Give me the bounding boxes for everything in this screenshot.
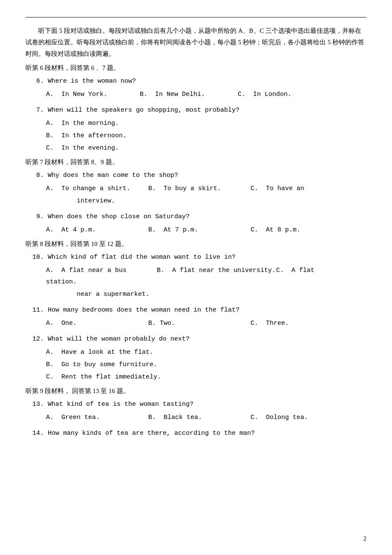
q11-stem-text: How many bedrooms does the woman need in… [48, 306, 239, 314]
q10-option-b: B. A flat near the university. [157, 265, 276, 288]
page-number: 2 [363, 535, 366, 542]
question-14: 14. How many kinds of tea are there, acc… [26, 428, 366, 439]
section-8-9: 听第 7 段材料，回答第 8、9 题。 8. Why does the man … [26, 158, 366, 236]
q14-number: 14. [32, 430, 48, 437]
q12-option-a: A. Have a look at the flat. [46, 347, 366, 358]
section-13-16: 听第 9 段材料， 回答第 13 至 16 题。 13. What kind o… [26, 387, 366, 439]
q6-option-c: C. In London. [238, 89, 331, 100]
q9-stem-text: When does the shop close on Saturday? [48, 213, 190, 220]
q9-option-b: B. At 7 p.m. [148, 224, 251, 236]
q10-stem-text: Which kind of flat did the woman want to… [48, 254, 236, 261]
q7-number: 7. [32, 107, 48, 114]
q8-stem: 8. Why does the man come to the shop? [32, 170, 366, 181]
intro-paragraph: 听下面 5 段对话或独白。每段对话或独白后有几个小题，从题中所给的 A、B、C … [26, 25, 366, 60]
q12-option-b: B. Go to buy some furniture. [46, 359, 366, 370]
q6-stem: 6. Where is the woman now? [32, 75, 366, 87]
q10-options: A. A flat near a bus station. B. A flat … [46, 265, 366, 288]
section-header-6-7: 听第 6 段材料，回答第 6 、7 题。 [26, 64, 366, 72]
q8-option-c: C. To have an [251, 183, 344, 194]
q7-option-c: C. In the evening. [46, 142, 366, 154]
question-8: 8. Why does the man come to the shop? A.… [26, 170, 366, 207]
q12-stem-text: What will the woman probably do next? [48, 335, 190, 343]
q8-option-a: A. To change a shirt. [46, 183, 148, 194]
q8-option-b: B. To buy a skirt. [148, 183, 251, 194]
section-6-7: 听第 6 段材料，回答第 6 、7 题。 6. Where is the wom… [26, 64, 366, 154]
q6-number: 6. [32, 78, 48, 85]
q8-stem-text: Why does the man come to the shop? [48, 172, 178, 179]
q11-option-b: B. Two. [148, 318, 251, 329]
q13-stem: 13. What kind of tea is the woman tastin… [32, 399, 366, 410]
section-10-12: 听第 8 段材料，回答第 10 至 12 题。 10. Which kind o… [26, 240, 366, 383]
section-header-13-16: 听第 9 段材料， 回答第 13 至 16 题。 [26, 387, 366, 395]
q13-stem-text: What kind of tea is the woman tasting? [48, 401, 193, 408]
q11-number: 11. [32, 306, 48, 314]
intro-text: 听下面 5 段对话或独白。每段对话或独白后有几个小题，从题中所给的 A、B、C … [26, 27, 364, 57]
q6-option-a: A. In New York. [46, 89, 140, 100]
question-12: 12. What will the woman probably do next… [26, 333, 366, 383]
q13-option-c: C. Oolong tea. [251, 412, 344, 423]
section-header-8-9: 听第 7 段材料，回答第 8、9 题。 [26, 158, 366, 166]
q11-stem: 11. How many bedrooms does the woman nee… [32, 304, 366, 316]
q13-number: 13. [32, 401, 48, 408]
q11-option-c: C. Three. [251, 318, 344, 329]
question-10: 10. Which kind of flat did the woman wan… [26, 251, 366, 300]
q12-stem: 12. What will the woman probably do next… [32, 333, 366, 345]
q10-stem: 10. Which kind of flat did the woman wan… [32, 251, 366, 263]
q11-options: A. One. B. Two. C. Three. [46, 318, 366, 329]
q6-options: A. In New York. B. In New Delhi. C. In L… [46, 89, 366, 100]
question-11: 11. How many bedrooms does the woman nee… [26, 304, 366, 329]
q9-stem: 9. When does the shop close on Saturday? [32, 211, 366, 223]
q6-option-b: B. In New Delhi. [140, 89, 238, 100]
q7-option-a: A. In the morning. [46, 118, 366, 129]
q7-options: A. In the morning. B. In the afternoon. … [46, 118, 366, 154]
q14-stem: 14. How many kinds of tea are there, acc… [32, 428, 366, 439]
question-7: 7. When will the speakers go shopping, m… [26, 104, 366, 154]
top-divider [26, 17, 366, 17]
q10-option-a: A. A flat near a bus station. [46, 265, 157, 288]
question-6: 6. Where is the woman now? A. In New Yor… [26, 75, 366, 100]
q8-options: A. To change a shirt. B. To buy a skirt.… [46, 183, 366, 194]
q11-option-a: A. One. [46, 318, 148, 329]
q8-number: 8. [32, 172, 48, 179]
q9-option-a: A. At 4 p.m. [46, 224, 148, 236]
q12-options: A. Have a look at the flat. B. Go to buy… [46, 347, 366, 383]
q13-option-b: B. Black tea. [148, 412, 251, 423]
q7-stem: 7. When will the speakers go shopping, m… [32, 104, 366, 116]
q10-option-c: C. A flat [276, 265, 370, 288]
q10-number: 10. [32, 254, 48, 261]
q9-number: 9. [32, 213, 48, 220]
q13-options: A. Green tea. B. Black tea. C. Oolong te… [46, 412, 366, 423]
q12-option-c: C. Rent the flat immediately. [46, 371, 366, 383]
q9-options: A. At 4 p.m. B. At 7 p.m. C. At 8 p.m. [46, 224, 366, 236]
q14-stem-text: How many kinds of tea are there, accordi… [48, 430, 255, 437]
question-9: 9. When does the shop close on Saturday?… [26, 211, 366, 236]
q8-continuation: interview. [77, 195, 366, 207]
q10-continuation: near a supermarket. [77, 289, 366, 300]
q6-stem-text: Where is the woman now? [48, 78, 136, 85]
q13-option-a: A. Green tea. [46, 412, 148, 423]
q9-option-c: C. At 8 p.m. [251, 224, 344, 236]
section-header-10-12: 听第 8 段材料，回答第 10 至 12 题。 [26, 240, 366, 248]
question-13: 13. What kind of tea is the woman tastin… [26, 399, 366, 423]
q12-number: 12. [32, 335, 48, 343]
q7-option-b: B. In the afternoon. [46, 130, 366, 142]
q7-stem-text: When will the speakers go shopping, most… [48, 107, 239, 114]
